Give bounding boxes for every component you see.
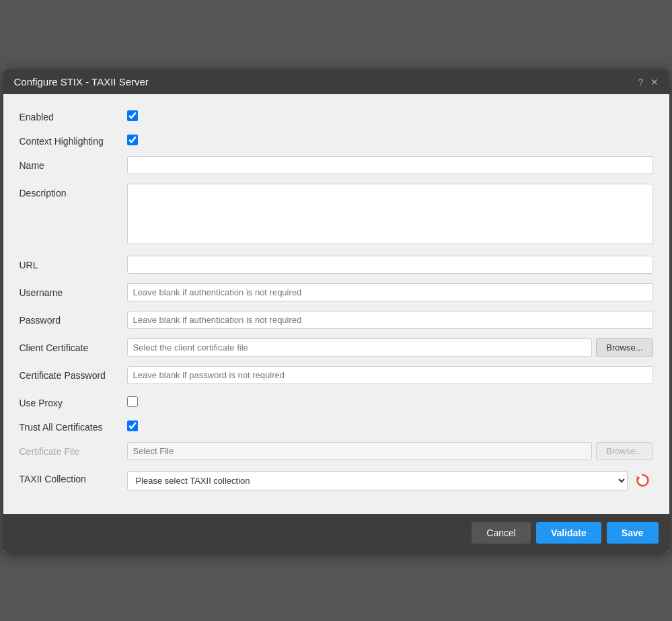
help-icon[interactable]: ? [638, 77, 644, 87]
save-button[interactable]: Save [607, 522, 659, 544]
name-input-wrap [127, 156, 653, 174]
configure-stix-dialog: Configure STIX - TAXII Server ? ✕ Enable… [3, 69, 669, 552]
client-cert-row: Client Certificate Browse... [20, 338, 653, 357]
client-cert-file-row: Browse... [127, 338, 653, 357]
enabled-checkbox[interactable] [127, 110, 138, 121]
enabled-row: Enabled [20, 108, 653, 122]
taxii-collection-row: TAXII Collection Please select TAXII col… [20, 470, 653, 491]
username-input-wrap [127, 283, 653, 301]
titlebar-controls: ? ✕ [638, 77, 659, 87]
name-input[interactable] [127, 156, 653, 174]
cert-password-label: Certificate Password [20, 366, 127, 381]
taxii-collection-select-row: Please select TAXII collection [127, 470, 653, 491]
refresh-icon [634, 472, 651, 489]
trust-all-certs-label: Trust All Certificates [20, 418, 127, 433]
taxii-collection-label: TAXII Collection [20, 470, 127, 484]
use-proxy-checkbox-wrap [127, 394, 653, 407]
username-row: Username [20, 283, 653, 301]
use-proxy-label: Use Proxy [20, 394, 127, 408]
use-proxy-checkbox[interactable] [127, 396, 138, 407]
cert-file-browse-button[interactable]: Browse... [596, 442, 652, 460]
validate-button[interactable]: Validate [536, 522, 601, 544]
context-highlighting-label: Context Highlighting [20, 132, 127, 147]
password-input-wrap [127, 311, 653, 329]
cancel-button[interactable]: Cancel [472, 522, 531, 544]
description-input-wrap [127, 184, 653, 246]
url-label: URL [20, 256, 127, 270]
client-cert-browse-button[interactable]: Browse... [596, 338, 652, 357]
cert-file-input[interactable] [127, 442, 593, 460]
url-input[interactable] [127, 256, 653, 274]
dialog-titlebar: Configure STIX - TAXII Server ? ✕ [3, 69, 669, 94]
client-cert-input-wrap: Browse... [127, 338, 653, 357]
password-input[interactable] [127, 311, 653, 329]
cert-file-file-row: Browse... [127, 442, 653, 460]
description-row: Description [20, 184, 653, 246]
taxii-collection-wrap: Please select TAXII collection [127, 470, 653, 491]
client-cert-input[interactable] [127, 338, 593, 357]
trust-all-certs-row: Trust All Certificates [20, 418, 653, 433]
enabled-label: Enabled [20, 108, 127, 122]
url-input-wrap [127, 256, 653, 274]
close-icon[interactable]: ✕ [650, 77, 659, 87]
description-input[interactable] [127, 184, 653, 244]
dialog-footer: Cancel Validate Save [3, 514, 669, 552]
enabled-checkbox-wrap [127, 108, 653, 121]
cert-file-input-wrap: Browse... [127, 442, 653, 460]
trust-all-certs-checkbox[interactable] [127, 421, 138, 431]
dialog-title: Configure STIX - TAXII Server [14, 76, 149, 87]
password-label: Password [20, 311, 127, 326]
password-row: Password [20, 311, 653, 329]
username-label: Username [20, 283, 127, 298]
cert-file-row: Certificate File Browse... [20, 442, 653, 460]
taxii-collection-refresh-button[interactable] [632, 470, 653, 491]
context-highlighting-checkbox-wrap [127, 132, 653, 145]
dialog-body: Enabled Context Highlighting Name Descri… [3, 94, 669, 514]
username-input[interactable] [127, 283, 653, 301]
context-highlighting-row: Context Highlighting [20, 132, 653, 147]
context-highlighting-checkbox[interactable] [127, 135, 138, 145]
name-row: Name [20, 156, 653, 174]
trust-all-certs-checkbox-wrap [127, 418, 653, 431]
cert-password-input[interactable] [127, 366, 653, 384]
client-cert-label: Client Certificate [20, 338, 127, 353]
name-label: Name [20, 156, 127, 171]
description-label: Description [20, 184, 127, 198]
taxii-collection-select[interactable]: Please select TAXII collection [127, 471, 628, 490]
use-proxy-row: Use Proxy [20, 394, 653, 408]
cert-password-row: Certificate Password [20, 366, 653, 384]
cert-file-label: Certificate File [20, 442, 127, 457]
cert-password-input-wrap [127, 366, 653, 384]
url-row: URL [20, 256, 653, 274]
